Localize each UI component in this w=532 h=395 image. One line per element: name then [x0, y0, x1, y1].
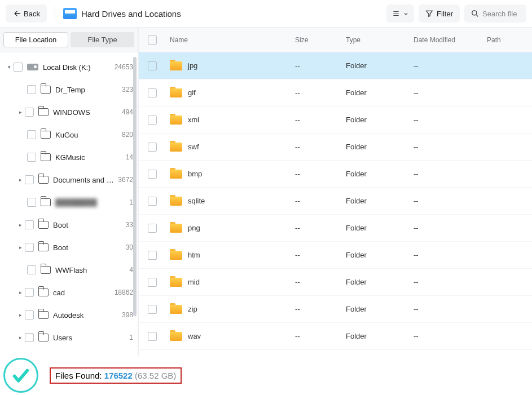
tab-file-type[interactable]: File Type: [71, 32, 134, 47]
tree-checkbox[interactable]: [14, 63, 23, 72]
tree-checkbox[interactable]: [25, 310, 34, 319]
row-size: --: [295, 251, 346, 259]
row-name: wav: [188, 332, 201, 340]
tree-item[interactable]: ▸Documents and Set...3672: [0, 168, 138, 191]
tree-checkbox[interactable]: [27, 130, 36, 139]
tree-item-label: WINDOWS: [53, 108, 120, 117]
tree-checkbox[interactable]: [25, 220, 34, 229]
row-type: Folder: [346, 116, 414, 124]
tree-item-label: Boot: [53, 221, 124, 229]
table-row[interactable]: wav--Folder--: [139, 323, 532, 350]
tree-item-count: 24653: [115, 63, 133, 71]
column-path[interactable]: Path: [487, 36, 532, 44]
row-checkbox[interactable]: [148, 61, 157, 70]
checkmark-icon: [11, 366, 30, 385]
column-date[interactable]: Date Modified: [414, 36, 487, 44]
sidebar-tabs: File Location File Type: [0, 28, 138, 52]
folder-icon: [170, 305, 182, 314]
tree-item[interactable]: ▸Autodesk398: [0, 304, 138, 326]
tree-checkbox[interactable]: [25, 175, 34, 184]
tree-checkbox[interactable]: [27, 153, 36, 162]
tree-item[interactable]: ▸cad18862: [0, 281, 138, 304]
folder-icon: [170, 61, 182, 70]
tree-checkbox[interactable]: [25, 243, 34, 252]
file-list-rows: jpg--Folder--gif--Folder--xml--Folder--s…: [139, 52, 532, 356]
row-size: --: [295, 170, 346, 178]
table-row[interactable]: xml--Folder--: [139, 106, 532, 134]
column-name[interactable]: Name: [170, 36, 295, 44]
row-checkbox[interactable]: [148, 88, 157, 97]
tree-checkbox[interactable]: [27, 265, 36, 274]
footer-bar: Files Found: 176522 (63.52 GB): [0, 356, 532, 395]
row-date: --: [414, 305, 487, 313]
row-checkbox[interactable]: [148, 278, 157, 287]
table-row[interactable]: gif--Folder--: [139, 79, 532, 106]
tree-checkbox[interactable]: [27, 198, 36, 207]
back-button[interactable]: Back: [6, 5, 47, 23]
expand-caret-icon[interactable]: ▸: [17, 109, 24, 115]
folder-icon: [38, 108, 49, 116]
row-checkbox[interactable]: [148, 251, 157, 260]
tree-item[interactable]: WWFlash4: [0, 259, 138, 281]
tree-item[interactable]: ▸Boot30: [0, 236, 138, 259]
search-box[interactable]: Search file: [464, 5, 526, 23]
tree-checkbox[interactable]: [25, 333, 34, 342]
table-row[interactable]: bmp--Folder--: [139, 161, 532, 188]
tree-checkbox[interactable]: [25, 108, 34, 117]
tree-item[interactable]: ▸Boot33: [0, 214, 138, 236]
tree-item[interactable]: Dr_Temp323: [0, 78, 138, 101]
tree-item[interactable]: ▸WINDOWS494: [0, 101, 138, 123]
row-date: --: [414, 332, 487, 340]
view-mode-button[interactable]: [386, 5, 414, 23]
folder-icon: [38, 221, 49, 229]
expand-caret-icon[interactable]: ▾: [6, 64, 12, 70]
row-checkbox[interactable]: [148, 224, 157, 233]
row-checkbox[interactable]: [148, 143, 157, 152]
tree-item[interactable]: ▾Local Disk (K:)24653: [0, 56, 138, 78]
tree-checkbox[interactable]: [25, 288, 34, 297]
table-row[interactable]: sqlite--Folder--: [139, 188, 532, 215]
tree-item[interactable]: ▸Users1: [0, 326, 138, 349]
expand-caret-icon[interactable]: ▸: [17, 312, 24, 318]
tree-item[interactable]: KGMusic14: [0, 146, 138, 168]
table-row[interactable]: htm--Folder--: [139, 242, 532, 269]
row-checkbox[interactable]: [148, 332, 157, 341]
row-checkbox[interactable]: [148, 170, 157, 179]
table-row[interactable]: mtc--Folder--: [139, 350, 532, 356]
expand-caret-icon[interactable]: ▸: [17, 222, 24, 228]
table-row[interactable]: mid--Folder--: [139, 269, 532, 296]
page-title: Hard Drives and Locations: [81, 9, 181, 19]
tree-checkbox[interactable]: [27, 85, 36, 94]
select-all-checkbox[interactable]: [148, 35, 157, 45]
file-list-panel: Name Size Type Date Modified Path jpg--F…: [139, 28, 532, 356]
tree-item-count: 323: [122, 86, 133, 94]
tree-item[interactable]: ████████1: [0, 191, 138, 214]
expand-caret-icon[interactable]: ▸: [17, 335, 24, 340]
table-row[interactable]: zip--Folder--: [139, 296, 532, 323]
table-row[interactable]: jpg--Folder--: [139, 52, 532, 79]
tab-file-location[interactable]: File Location: [3, 32, 68, 47]
tree-item-label: Boot: [53, 243, 124, 252]
row-size: --: [295, 332, 346, 340]
row-checkbox[interactable]: [148, 305, 157, 314]
files-found-label: Files Found:: [55, 371, 104, 380]
filter-button[interactable]: Filter: [419, 5, 460, 23]
arrow-left-icon: [12, 10, 20, 17]
table-row[interactable]: swf--Folder--: [139, 134, 532, 161]
files-found-count: 176522: [104, 371, 133, 380]
expand-caret-icon[interactable]: ▸: [17, 177, 24, 183]
row-checkbox[interactable]: [148, 116, 157, 125]
table-row[interactable]: png--Folder--: [139, 215, 532, 242]
row-checkbox[interactable]: [148, 197, 157, 206]
scrollbar-thumb[interactable]: [133, 57, 137, 316]
expand-caret-icon[interactable]: ▸: [17, 245, 24, 250]
row-size: --: [295, 305, 346, 313]
column-size[interactable]: Size: [295, 36, 346, 44]
row-name: sqlite: [188, 197, 205, 205]
column-type[interactable]: Type: [346, 36, 414, 44]
tree-item-label: Documents and Set...: [53, 176, 116, 184]
tree-item-count: 398: [122, 311, 133, 319]
tree-item[interactable]: KuGou820: [0, 123, 138, 146]
expand-caret-icon[interactable]: ▸: [17, 290, 24, 295]
folder-icon: [170, 251, 182, 260]
